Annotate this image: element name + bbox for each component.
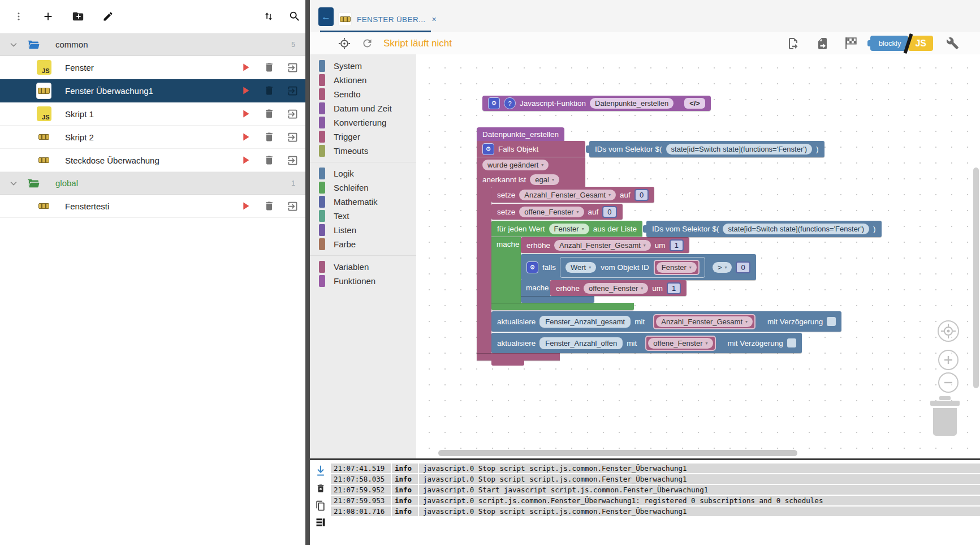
chevron-down-icon[interactable] (10, 181, 18, 186)
script-item-fenster-ueberwachung1[interactable]: Fenster Überwachung1 (0, 79, 305, 102)
delete-button[interactable] (264, 131, 275, 143)
attribute-dropdown[interactable]: Wert▾ (565, 262, 596, 273)
toolbox-category-sendto[interactable]: Sendto (310, 87, 416, 101)
block-get-object-value[interactable]: Wert▾ vom Objekt ID Fenster▾ (560, 257, 705, 278)
block-number[interactable]: 0 (634, 189, 649, 201)
selector-query-field[interactable]: state[id=Switch state](functions='Fenste… (666, 144, 813, 155)
block-selector[interactable]: IDs vom Selektor $( state[id=Switch stat… (646, 221, 882, 237)
sort-button[interactable] (259, 7, 278, 26)
log-download-button[interactable] (315, 465, 326, 477)
toolbox-category-text[interactable]: Text (310, 209, 416, 223)
trigger-condition-dropdown[interactable]: wurde geändert▾ (482, 160, 549, 170)
log-clear-button[interactable] (316, 483, 326, 494)
selector-query-field[interactable]: state[id=Switch state](functions='Fenste… (723, 224, 869, 234)
ack-dropdown[interactable]: egal▾ (530, 174, 559, 185)
play-button[interactable] (239, 131, 252, 143)
tab-fenster-ueberwachung[interactable]: FENSTER ÜBER... × (335, 8, 440, 31)
block-number[interactable]: 1 (670, 239, 684, 251)
block-variable-chip[interactable]: offene_Fenster▾ (645, 336, 715, 351)
toolbox-category-konvertierung[interactable]: Konvertierung (310, 115, 416, 130)
open-script-button[interactable] (287, 85, 299, 97)
open-script-button[interactable] (287, 200, 299, 212)
toolbox-category-aktionen[interactable]: Aktionen (310, 73, 416, 87)
check-blocks-button[interactable] (841, 34, 861, 53)
refresh-button[interactable] (357, 34, 377, 53)
toolbox-category-schleifen[interactable]: Schleifen (310, 181, 416, 195)
block-set-variable-total[interactable]: setze Anzahl_Fenster_Gesamt▾ auf 0 (491, 187, 654, 203)
script-item-fenstertesti[interactable]: Fenstertesti (0, 195, 305, 218)
settings-button[interactable] (943, 34, 962, 53)
variable-dropdown[interactable]: Anzahl_Fenster_Gesamt▾ (554, 240, 651, 251)
function-name-field[interactable]: Datenpunkte_erstellen (590, 98, 674, 109)
block-update-state-total[interactable]: aktualisiere Fenster_Anzahl_gesamt mit A… (491, 311, 841, 332)
block-increment-total[interactable]: erhöhe Anzahl_Fenster_Gesamt▾ um 1 (521, 237, 689, 253)
script-item-skript1[interactable]: Skript 1 (0, 102, 305, 126)
toolbox-category-logik[interactable]: Logik (310, 166, 416, 181)
script-item-skript2[interactable]: Skript 2 (0, 126, 305, 149)
play-button[interactable] (239, 84, 252, 97)
add-script-button[interactable] (38, 7, 58, 26)
toolbox-category-funktionen[interactable]: Funktionen (310, 274, 416, 288)
edit-button[interactable] (98, 7, 118, 26)
comparison-operator-dropdown[interactable]: >▾ (713, 262, 732, 273)
toolbox-category-system[interactable]: System (310, 59, 416, 73)
block-variable-chip[interactable]: Anzahl_Fenster_Gesamt▾ (653, 314, 755, 329)
center-blocks-button[interactable] (938, 320, 959, 342)
loop-variable-dropdown[interactable]: Fenster▾ (549, 224, 589, 234)
block-variable-chip[interactable]: Fenster▾ (654, 260, 700, 275)
panel-resize-handle[interactable] (305, 0, 310, 545)
delete-button[interactable] (264, 200, 275, 212)
toolbox-category-trigger[interactable]: Trigger (310, 130, 416, 144)
play-button[interactable] (239, 200, 252, 212)
open-script-button[interactable] (287, 62, 299, 74)
open-script-button[interactable] (287, 155, 299, 166)
open-script-button[interactable] (287, 131, 299, 143)
object-id-field[interactable]: Fenster_Anzahl_offen (539, 337, 623, 349)
delete-button[interactable] (264, 85, 275, 96)
toolbox-category-listen[interactable]: Listen (310, 223, 416, 237)
play-button[interactable] (239, 61, 252, 74)
back-button[interactable]: ← (318, 7, 334, 26)
tab-close-icon[interactable]: × (432, 15, 437, 24)
play-button[interactable] (239, 154, 252, 166)
open-script-button[interactable] (287, 108, 299, 120)
delay-checkbox[interactable] (827, 317, 836, 326)
block-increment-open[interactable]: erhöhe offene_Fenster▾ um 1 (550, 280, 687, 296)
toolbox-category-mathematik[interactable]: Mathematik (310, 195, 416, 209)
block-number[interactable]: 0 (602, 206, 616, 218)
folder-row-common[interactable]: common 5 (0, 33, 305, 56)
delete-button[interactable] (264, 155, 275, 166)
mutator-gear-icon[interactable]: ⚙ (482, 143, 494, 155)
export-blocks-button[interactable] (784, 34, 803, 53)
show-code-field[interactable]: </> (684, 98, 705, 109)
block-js-function-call[interactable]: ⚙ ? Javascript-Funktion Datenpunkte_erst… (482, 96, 711, 111)
block-function-definition[interactable]: Datenpunkte_erstellen ⚙ Falls Objekt IDs… (477, 127, 882, 366)
object-id-field[interactable]: Fenster_Anzahl_gesamt (539, 316, 631, 328)
horizontal-scrollbar[interactable] (438, 450, 797, 456)
mutator-gear-icon[interactable]: ⚙ (526, 261, 538, 273)
import-blocks-button[interactable] (813, 34, 832, 53)
function-def-header[interactable]: Datenpunkte_erstellen (477, 127, 564, 141)
block-set-variable-open[interactable]: setze offene_Fenster▾ auf 0 (491, 204, 623, 220)
zoom-out-button[interactable] (938, 372, 959, 393)
workspace-trash[interactable] (929, 396, 961, 437)
toolbox-category-datum-und-zeit[interactable]: Datum und Zeit (310, 101, 416, 115)
blockly-js-toggle[interactable]: blockly JS (870, 33, 933, 54)
toolbox-category-farbe[interactable]: Farbe (310, 237, 416, 251)
mutator-gear-icon[interactable]: ⚙ (488, 97, 500, 109)
log-copy-button[interactable] (315, 500, 326, 512)
play-button[interactable] (239, 108, 252, 120)
delay-checkbox[interactable] (787, 338, 796, 347)
zoom-in-button[interactable] (938, 350, 959, 370)
search-button[interactable] (286, 7, 303, 26)
block-selector[interactable]: IDs vom Selektor $( state[id=Switch stat… (589, 141, 824, 157)
variable-dropdown[interactable]: offene_Fenster▾ (519, 207, 584, 217)
chevron-down-icon[interactable] (10, 42, 18, 47)
add-folder-button[interactable] (68, 7, 88, 26)
variable-dropdown[interactable]: offene_Fenster▾ (584, 283, 648, 294)
delete-button[interactable] (264, 62, 275, 73)
block-update-state-open[interactable]: aktualisiere Fenster_Anzahl_offen mit of… (491, 333, 802, 353)
variable-dropdown[interactable]: Anzahl_Fenster_Gesamt▾ (519, 190, 616, 200)
block-number[interactable]: 1 (667, 282, 681, 294)
delete-button[interactable] (264, 108, 275, 119)
